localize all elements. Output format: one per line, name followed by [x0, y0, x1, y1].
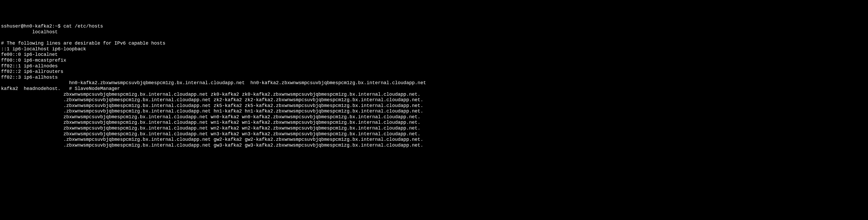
output-line: # The following lines are desirable for … [1, 41, 165, 46]
output-line: ff02::1 ip6-allnodes [1, 63, 58, 69]
output-line: zbxwnwsmpcsuvbjqbmespcm1zg.bx.internal.c… [1, 120, 421, 125]
output-line: ff02::2 ip6-allrouters [1, 69, 63, 74]
prompt-text: sshuser@hn0-kafka2:~$ [1, 24, 63, 29]
output-line: .zbxwnwsmpcsuvbjqbmespcm1zg.bx.internal.… [1, 103, 423, 108]
terminal-window[interactable]: sshuser@hn0-kafka2:~$ cat /etc/hosts loc… [1, 24, 867, 148]
output-line: ff00::0 ip6-mcastprefix [1, 58, 66, 63]
shell-prompt: sshuser@hn0-kafka2:~$ cat /etc/hosts [1, 24, 103, 29]
output-line: localhost [1, 29, 58, 35]
output-line: zbxwnwsmpcsuvbjqbmespcm1zg.bx.internal.c… [1, 114, 421, 120]
output-line: .zbxwnwsmpcsuvbjqbmespcm1zg.bx.internal.… [1, 143, 423, 148]
output-line: .zbxwnwsmpcsuvbjqbmespcm1zg.bx.internal.… [1, 97, 423, 102]
output-line: zbxwnwsmpcsuvbjqbmespcm1zg.bx.internal.c… [1, 131, 421, 136]
output-line: fe00::0 ip6-localnet [1, 52, 58, 57]
output-line: ::1 ip6-localhost ip6-loopback [1, 46, 86, 52]
output-line: hn0-kafka2.zbxwnwsmpcsuvbjqbmespcm1zg.bx… [1, 80, 426, 86]
output-line: .zbxwnwsmpcsuvbjqbmespcm1zg.bx.internal.… [1, 137, 423, 142]
output-line: zbxwnwsmpcsuvbjqbmespcm1zg.bx.internal.c… [1, 92, 421, 97]
output-line: kafka2 headnodehost. # SlaveNodeManager [1, 86, 120, 91]
output-line: zbxwnwsmpcsuvbjqbmespcm1zg.bx.internal.c… [1, 126, 421, 131]
output-line: ff02::3 ip6-allhosts [1, 75, 58, 80]
command-text: cat /etc/hosts [63, 24, 103, 29]
output-line: .zbxwnwsmpcsuvbjqbmespcm1zg.bx.internal.… [1, 108, 423, 114]
